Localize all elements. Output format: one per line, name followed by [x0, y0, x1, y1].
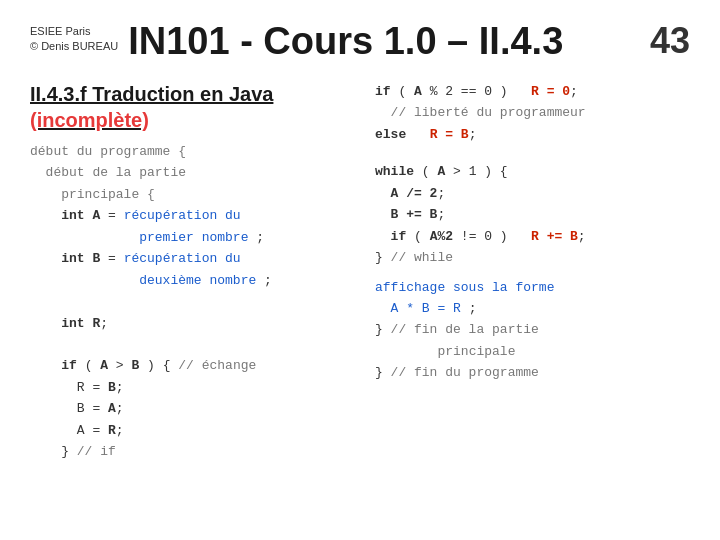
- institution-line2: © Denis BUREAU: [30, 39, 118, 54]
- institution: ESIEE Paris © Denis BUREAU: [30, 24, 118, 55]
- content-area: II.4.3.f Traduction en Java (incomplète)…: [30, 81, 690, 463]
- right-bottom2-section: affichage sous la forme A * B = R ; } //…: [375, 277, 690, 384]
- right-bottom-code: while ( A > 1 ) { A /= 2; B += B; if ( A…: [375, 161, 690, 268]
- section-title: II.4.3.f Traduction en Java (incomplète): [30, 81, 340, 133]
- section-title-sub: (incomplète): [30, 109, 149, 131]
- header: ESIEE Paris © Denis BUREAU IN101 - Cours…: [30, 20, 690, 63]
- right-column: if ( A % 2 == 0 ) R = 0; // liberté du p…: [370, 81, 690, 463]
- right-bottom2-code: affichage sous la forme A * B = R ; } //…: [375, 277, 690, 384]
- left-column: II.4.3.f Traduction en Java (incomplète)…: [30, 81, 350, 463]
- right-top-section: if ( A % 2 == 0 ) R = 0; // liberté du p…: [375, 81, 690, 145]
- left-code-block: début du programme { début de la partie …: [30, 141, 340, 463]
- right-bottom-section: while ( A > 1 ) { A /= 2; B += B; if ( A…: [375, 161, 690, 268]
- right-top-code: if ( A % 2 == 0 ) R = 0; // liberté du p…: [375, 81, 690, 145]
- slide-number: 43: [650, 20, 690, 62]
- slide: ESIEE Paris © Denis BUREAU IN101 - Cours…: [0, 0, 720, 540]
- slide-title: IN101 - Cours 1.0 – II.4.3: [128, 20, 640, 63]
- institution-line1: ESIEE Paris: [30, 24, 118, 39]
- section-title-main: II.4.3.f Traduction en Java: [30, 83, 273, 105]
